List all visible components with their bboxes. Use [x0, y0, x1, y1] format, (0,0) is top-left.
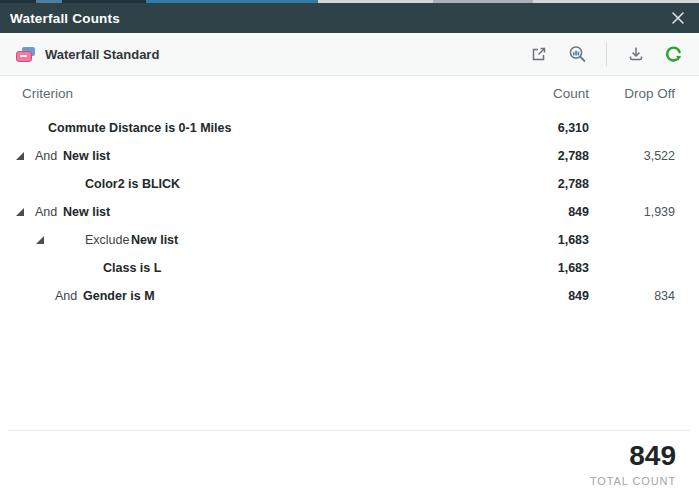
- row-connector-label: Exclude: [85, 226, 129, 254]
- column-header-drop-off: Drop Off: [624, 86, 675, 101]
- table-row[interactable]: AndNew list2,7883,522: [0, 142, 699, 170]
- strip-segment: [433, 0, 533, 3]
- count-value: 6,310: [558, 114, 589, 142]
- row-connector-label: And: [55, 282, 77, 310]
- drop-off-value: 3,522: [644, 142, 675, 170]
- waterfall-counts-dialog: Waterfall Counts Waterfall Standard: [0, 0, 699, 498]
- count-value: 849: [568, 198, 589, 226]
- toolbar-actions: [528, 42, 685, 66]
- criterion-name: Class is L: [103, 254, 161, 282]
- strip-segment: [36, 0, 62, 3]
- count-value: 2,788: [558, 170, 589, 198]
- dialog-titlebar: Waterfall Counts: [0, 3, 699, 33]
- dialog-toolbar: Waterfall Standard: [0, 33, 699, 76]
- strip-segment: [533, 0, 699, 3]
- row-connector-label: And: [35, 198, 57, 226]
- table-row[interactable]: AndGender is M849834: [0, 282, 699, 310]
- strip-segment: [318, 0, 433, 3]
- criterion-name: New list: [63, 142, 110, 170]
- collapse-triangle-icon[interactable]: [16, 152, 24, 160]
- close-icon: [671, 11, 685, 25]
- close-button[interactable]: [665, 5, 691, 31]
- table-row[interactable]: ExcludeNew list1,683: [0, 226, 699, 254]
- search-insights-icon: [568, 45, 587, 64]
- grid-header: Criterion Count Drop Off: [0, 82, 699, 110]
- total-count-label: TOTAL COUNT: [590, 475, 676, 487]
- count-value: 1,683: [558, 226, 589, 254]
- drop-off-value: 1,939: [644, 198, 675, 226]
- total-count-value: 849: [629, 440, 676, 472]
- row-connector-label: And: [35, 142, 57, 170]
- waterfall-list-icon: [16, 47, 36, 62]
- toolbar-divider: [606, 42, 607, 66]
- background-window-sliver: [0, 0, 699, 3]
- criterion-name: New list: [63, 198, 110, 226]
- download-icon: [627, 45, 645, 63]
- table-row[interactable]: AndNew list8491,939: [0, 198, 699, 226]
- count-value: 2,788: [558, 142, 589, 170]
- drop-off-value: 834: [654, 282, 675, 310]
- count-value: 1,683: [558, 254, 589, 282]
- refresh-icon: [664, 44, 684, 64]
- waterfall-name-group: Waterfall Standard: [16, 47, 159, 62]
- search-insights-button[interactable]: [566, 43, 588, 65]
- criterion-name: Commute Distance is 0-1 Miles: [48, 114, 231, 142]
- criterion-name: Gender is M: [83, 282, 155, 310]
- count-value: 849: [568, 282, 589, 310]
- strip-segment: [146, 0, 318, 3]
- waterfall-grid: Criterion Count Drop Off Commute Distanc…: [0, 82, 699, 310]
- table-row[interactable]: Color2 is BLICK2,788: [0, 170, 699, 198]
- refresh-button[interactable]: [663, 43, 685, 65]
- waterfall-name: Waterfall Standard: [45, 47, 159, 62]
- criterion-name: New list: [131, 226, 178, 254]
- open-in-new-window-icon: [530, 45, 548, 63]
- column-header-count: Count: [553, 86, 589, 101]
- criterion-name: Color2 is BLICK: [85, 170, 180, 198]
- open-new-window-button[interactable]: [528, 43, 550, 65]
- collapse-triangle-icon[interactable]: [36, 236, 44, 244]
- column-header-criterion: Criterion: [22, 86, 73, 101]
- table-row[interactable]: Commute Distance is 0-1 Miles6,310: [0, 114, 699, 142]
- grid-rows: Commute Distance is 0-1 Miles6,310AndNew…: [0, 114, 699, 310]
- footer-divider: [8, 430, 691, 431]
- collapse-triangle-icon[interactable]: [16, 208, 24, 216]
- strip-segment: [0, 0, 36, 3]
- download-button[interactable]: [625, 43, 647, 65]
- strip-segment: [62, 0, 146, 3]
- dialog-title: Waterfall Counts: [10, 11, 120, 26]
- table-row[interactable]: Class is L1,683: [0, 254, 699, 282]
